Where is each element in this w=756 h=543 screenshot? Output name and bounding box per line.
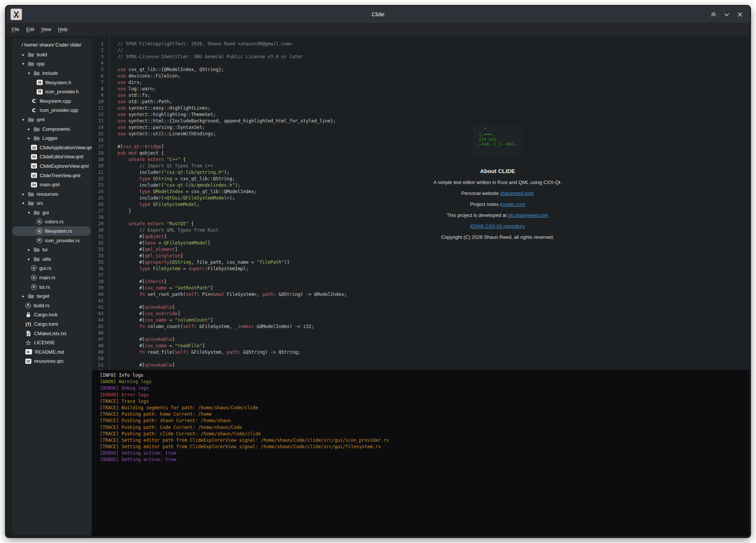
about-link[interactable]: knoats.com <box>500 201 525 207</box>
chevron-right-icon[interactable]: ▸ <box>22 53 28 57</box>
about-link[interactable]: KDAB CXX-Qt repository <box>470 223 525 229</box>
code-token: ] <box>172 362 175 368</box>
ascii-art-box: * |.===. {}o o{} --ooO--(_)--Ooo-- <box>473 125 523 157</box>
tree-item-clideapplicationview-qml[interactable]: QtClideApplicationView.qml <box>12 143 92 152</box>
tree-item-filesystem-rs[interactable]: Rfilesystem.rs <box>12 226 91 236</box>
tree-item-qml[interactable]: ▾qml <box>12 115 92 124</box>
tree-item-main-rs[interactable]: Rmain.rs <box>12 273 92 282</box>
code-token <box>117 350 139 355</box>
tree-item-tui[interactable]: ▸tui <box>12 245 92 254</box>
tree-item-icon-provider-rs[interactable]: Ricon_provider.rs <box>12 236 92 245</box>
code-token: devicons::FileIcon; <box>128 73 180 79</box>
code-token: #[ <box>117 311 145 316</box>
code-line: #[qinvokable] <box>117 362 347 368</box>
tree-item-colors-rs[interactable]: Rcolors.rs <box>12 217 92 227</box>
tree-item-gui[interactable]: ▾gui <box>12 208 92 217</box>
tree-item-cargo-toml[interactable]: [T]Cargo.toml <box>12 319 92 329</box>
menu-view[interactable]: View <box>38 27 55 32</box>
code-line: #[cxx_override] <box>117 311 347 317</box>
tree-item-cargo-lock[interactable]: Cargo.lock <box>12 310 92 320</box>
line-number: 13 <box>92 118 109 124</box>
code-line: #[qobject] <box>117 234 347 240</box>
about-link[interactable]: shaunreed.com <box>500 190 534 196</box>
code-line <box>117 330 347 336</box>
code-token: #[ <box>117 247 145 252</box>
line-number: 5 <box>92 67 109 73</box>
close-button[interactable] <box>737 11 743 18</box>
tree-item-components[interactable]: ▸Components <box>12 124 92 134</box>
tree-item-clideexplorerview-qml[interactable]: QtClideExplorerView.qml <box>12 161 92 171</box>
tree-item-label: resources.qrc <box>34 358 64 364</box>
tree-item-filesystem-h[interactable]: Hfilesystem.h <box>12 78 92 87</box>
tree-item-main-qml[interactable]: Qtmain.qml <box>12 180 92 189</box>
code-editor[interactable]: 1234567891011121314151617181920212223242… <box>92 36 750 370</box>
log-line: [TRACE] Trace logs <box>100 398 749 405</box>
tree-item-tui-rs[interactable]: Rtui.rs <box>12 282 92 292</box>
menu-file[interactable]: File <box>8 27 23 32</box>
code-token: qobject <box>145 234 164 239</box>
line-number: 29 <box>92 221 109 227</box>
tree-item-label: include <box>42 70 58 76</box>
qt-file-icon: Qt <box>31 154 37 159</box>
tree-item-icon-provider-h[interactable]: Hicon_provider.h <box>12 87 92 96</box>
code-token: cxx_qt_lib::{QModelIndex, QString}; <box>128 67 224 72</box>
chevron-down-icon[interactable]: ▾ <box>22 201 28 205</box>
rust-file-icon: R <box>37 228 42 234</box>
chevron-down-icon[interactable]: ▾ <box>28 210 34 215</box>
chevron-right-icon[interactable]: ▸ <box>22 192 28 196</box>
tree-item-resources[interactable]: ▸resources <box>12 189 92 199</box>
keep-above-button[interactable] <box>710 11 717 18</box>
text-file-icon <box>25 331 31 336</box>
tree-item-clideeditorview-qml[interactable]: QtClideEditorView.qml <box>12 152 92 162</box>
tree-item-filesystem-cpp[interactable]: Cfilesystem.cpp <box>12 96 92 106</box>
chevron-right-icon[interactable]: ▸ <box>22 294 28 298</box>
code-token: #[ <box>117 305 145 310</box>
code-token: inherit <box>145 279 164 284</box>
tree-item-build[interactable]: ▸build <box>12 50 92 59</box>
tree-item-logger[interactable]: ▸Logger <box>12 133 92 143</box>
tree-item-icon-provider-cpp[interactable]: Cicon_provider.cpp <box>12 106 92 115</box>
minimize-button[interactable] <box>724 11 730 18</box>
tree-item-target[interactable]: ▸target <box>12 291 92 301</box>
code-token: "readFile" <box>175 343 202 348</box>
chevron-right-icon[interactable]: ▸ <box>28 248 34 252</box>
code-token: ); <box>235 183 240 188</box>
tree-item-license[interactable]: LICENSE <box>12 338 92 347</box>
line-number: 46 <box>92 330 109 336</box>
chevron-right-icon[interactable]: ▸ <box>28 136 34 140</box>
rust-file-icon: R <box>31 275 37 280</box>
chevron-right-icon[interactable]: ▸ <box>28 257 34 261</box>
line-number: 19 <box>92 156 109 163</box>
chevron-down-icon[interactable]: ▾ <box>28 71 34 75</box>
menu-edit[interactable]: Edit <box>23 27 38 32</box>
about-link[interactable]: git.shaunreed.com <box>508 212 548 218</box>
tree-item-resources-qrc[interactable]: Qtresources.qrc <box>12 357 92 366</box>
file-explorer-panel[interactable]: / home/ shaun/ Code/ clide/ ▸build▾cpp▾i… <box>12 39 92 535</box>
tree-item-utils[interactable]: ▸utils <box>12 254 92 264</box>
tree-item-include[interactable]: ▾include <box>12 68 92 78</box>
code-token: #[ <box>117 240 145 246</box>
code-token: { <box>180 157 186 162</box>
log-output-panel[interactable]: [INFO] Info logs[WARN] Warning logs[DEBU… <box>92 370 749 536</box>
titlebar[interactable]: Clide <box>6 6 750 23</box>
tree-item-cmakelists-txt[interactable]: CMakeLists.txt <box>12 329 92 338</box>
code-token: // <box>117 48 123 53</box>
rust-file-icon: R <box>25 303 31 308</box>
code-line: // <box>117 47 347 54</box>
tree-item-src[interactable]: ▾src <box>12 199 92 208</box>
code-token: use <box>117 93 128 98</box>
tree-item-clidetreeview-qml[interactable]: QtClideTreeView.qml <box>12 171 92 180</box>
chevron-down-icon[interactable]: ▾ <box>22 118 28 122</box>
code-token: } <box>117 208 131 213</box>
code-token <box>117 163 139 169</box>
chevron-down-icon[interactable]: ▾ <box>22 62 28 66</box>
tree-item-gui-rs[interactable]: Rgui.rs <box>12 264 92 273</box>
tree-item-build-rs[interactable]: Rbuild.rs <box>12 301 92 310</box>
code-token: use <box>117 86 128 91</box>
tree-item-cpp[interactable]: ▾cpp <box>12 59 92 69</box>
tree-item-label: filesystem.rs <box>45 228 72 234</box>
chevron-right-icon[interactable]: ▸ <box>28 127 34 131</box>
menu-help[interactable]: Help <box>55 27 71 32</box>
line-number: 14 <box>92 124 109 131</box>
tree-item-readme-md[interactable]: M↓README.md <box>12 347 92 357</box>
